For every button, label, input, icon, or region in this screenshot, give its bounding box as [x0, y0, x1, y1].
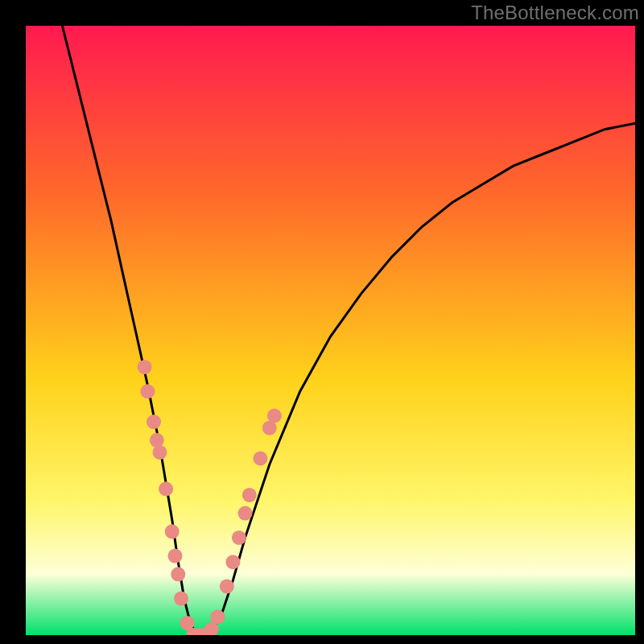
gradient-background — [26, 26, 635, 635]
curve-marker — [140, 384, 155, 398]
bottleneck-chart — [26, 26, 635, 635]
curve-marker — [168, 549, 183, 564]
watermark-text: TheBottleneck.com — [471, 2, 639, 24]
curve-marker — [232, 530, 246, 545]
curve-marker — [238, 506, 253, 521]
curve-marker — [171, 567, 185, 581]
curve-marker — [147, 415, 161, 429]
curve-marker — [153, 445, 167, 460]
chart-frame: TheBottleneck.com — [0, 0, 644, 644]
curve-marker — [159, 481, 173, 496]
curve-marker — [138, 360, 152, 374]
curve-marker — [211, 609, 225, 624]
curve-marker — [225, 555, 240, 569]
curve-marker — [242, 488, 257, 502]
curve-marker — [267, 409, 282, 423]
curve-marker — [253, 452, 267, 466]
curve-marker — [165, 524, 180, 539]
curve-marker — [174, 592, 188, 606]
curve-marker — [150, 433, 164, 448]
curve-marker — [220, 579, 234, 593]
